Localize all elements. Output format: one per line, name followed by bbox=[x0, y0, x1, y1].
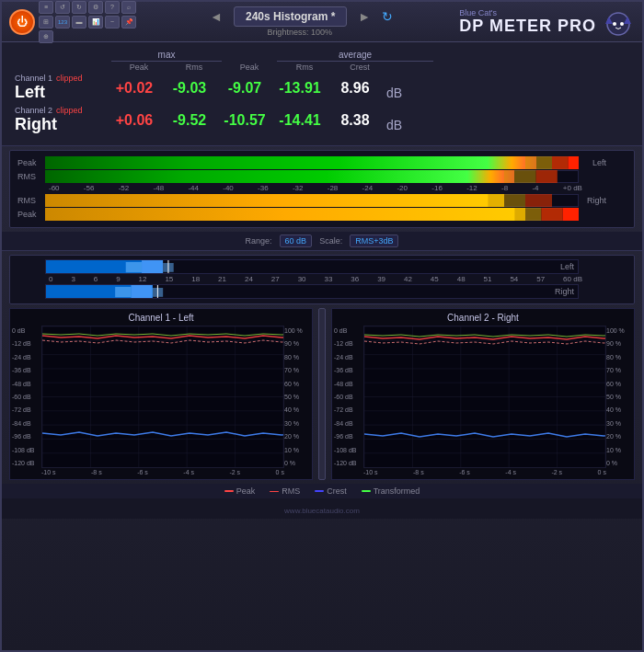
crest-s0: 0 bbox=[49, 275, 52, 283]
ch1-x-10: -10 s bbox=[41, 469, 56, 475]
forward-icon[interactable]: ↻ bbox=[72, 1, 86, 14]
nav-left-arrow[interactable]: ◄ bbox=[206, 7, 226, 26]
scale-minus32: -32 bbox=[293, 184, 304, 192]
ch2-history-title: Channel 2 - Right bbox=[334, 313, 632, 323]
ch1-graph-svg bbox=[41, 326, 284, 468]
scale-minus24: -24 bbox=[362, 184, 374, 192]
crest-left-side-label: Left bbox=[560, 262, 574, 271]
ch2-x-4: -4 s bbox=[505, 469, 516, 475]
svg-rect-16 bbox=[142, 260, 163, 273]
legend-row: Peak RMS Crest Transformed bbox=[2, 484, 642, 498]
nav-right-arrow[interactable]: ► bbox=[354, 7, 374, 26]
ch2-x-0: 0 s bbox=[598, 469, 606, 475]
ch1-peak-max: +0.02 bbox=[107, 80, 162, 97]
wave-icon[interactable]: ~ bbox=[105, 16, 120, 29]
crest-s60: 60 dB bbox=[563, 275, 582, 283]
refresh-icon[interactable]: ↻ bbox=[382, 9, 393, 24]
toolbar-icons: ≡ ↺ ↻ ⚙ ? ⌕ ⊞ 123 ▬ 📊 ~ 📌 ⊕ bbox=[39, 1, 140, 43]
ch2-yr-90: 90 % bbox=[606, 340, 632, 347]
ch2-yr-0: 0 % bbox=[606, 460, 632, 466]
scale-value[interactable]: RMS+3dB bbox=[350, 234, 398, 247]
ch1-peak-max-value: +0.02 bbox=[107, 80, 162, 97]
grid-icon[interactable]: ⊞ bbox=[39, 16, 53, 29]
ch2-rms-avg-value: -14.41 bbox=[272, 112, 328, 129]
svg-rect-8 bbox=[504, 170, 536, 183]
ch2-crest-value: 8.38 bbox=[328, 112, 383, 129]
ch1-yr-30: 30 % bbox=[284, 420, 310, 427]
ch2-yr-100: 100 % bbox=[606, 327, 632, 334]
search-icon[interactable]: ⌕ bbox=[121, 1, 136, 14]
extra-icon[interactable]: ⊕ bbox=[39, 30, 53, 43]
ch2-unit: dB bbox=[386, 118, 402, 134]
help-icon[interactable]: ? bbox=[105, 1, 120, 14]
scale-minus8: -8 bbox=[501, 184, 508, 192]
menu-icon[interactable]: ≡ bbox=[39, 1, 53, 14]
crest-s3: 3 bbox=[71, 275, 75, 283]
num-icon: 123 bbox=[55, 16, 70, 29]
ch1-yr-70: 70 % bbox=[284, 367, 310, 373]
channel2-row: Channel 2 clipped Right +0.06 -9.52 -10.… bbox=[15, 106, 629, 134]
ch1-yr-90: 90 % bbox=[284, 340, 310, 347]
ch1-y-0db: 0 dB bbox=[12, 327, 41, 334]
crest-s42: 42 bbox=[404, 275, 412, 283]
back-icon[interactable]: ↺ bbox=[55, 1, 70, 14]
svg-rect-12 bbox=[514, 208, 541, 221]
ch1-x-8: -8 s bbox=[91, 469, 102, 475]
settings-icon[interactable]: ⚙ bbox=[88, 1, 103, 14]
bar-icon[interactable]: ▬ bbox=[72, 16, 86, 29]
range-label: Range: bbox=[246, 236, 272, 246]
crest-legend-dot bbox=[315, 490, 324, 492]
ch2-x-labels: -10 s -8 s -6 s -4 s -2 s 0 s bbox=[363, 469, 606, 475]
ch2-y-0db: 0 dB bbox=[334, 327, 363, 334]
crest-header: Crest bbox=[332, 63, 387, 72]
meter-scale-row: -60 -56 -52 -48 -44 -40 -36 -32 -28 -24 … bbox=[49, 184, 582, 192]
ch1-crest: 8.96 bbox=[328, 80, 383, 97]
transformed-legend-dot bbox=[362, 490, 371, 492]
rms-max-header: Rms bbox=[167, 63, 222, 72]
ch2-x-10: -10 s bbox=[363, 469, 378, 475]
peak-left-label: Peak bbox=[17, 158, 45, 167]
chart-icon[interactable]: 📊 bbox=[88, 16, 103, 29]
svg-rect-19 bbox=[115, 287, 131, 297]
plugin-title-text: 240s Histogram * bbox=[246, 10, 335, 23]
crest-s9: 9 bbox=[116, 275, 120, 283]
crest-right-histogram-svg bbox=[46, 285, 578, 298]
scale-minus28: -28 bbox=[328, 184, 339, 192]
rms-left-bar bbox=[45, 170, 579, 183]
ch1-x-4: -4 s bbox=[183, 469, 194, 475]
ch1-yr-40: 40 % bbox=[284, 406, 310, 413]
ch1-rms-max-value: -9.03 bbox=[162, 80, 217, 97]
ch2-y-12db: -12 dB bbox=[334, 340, 363, 347]
rms-right-bar: Right bbox=[45, 194, 579, 207]
power-button[interactable]: ⏻ bbox=[9, 9, 35, 35]
ch2-x-8: -8 s bbox=[413, 469, 424, 475]
ch2-history-graph: Channel 2 - Right 0 dB -12 dB -24 dB -36… bbox=[331, 308, 635, 480]
toolbar-right: Blue Cat's DP METER PRO bbox=[459, 6, 635, 39]
ch2-yr-30: 30 % bbox=[606, 420, 632, 427]
crest-left-row: Left bbox=[17, 259, 627, 274]
peak-right-label: Peak bbox=[17, 210, 45, 219]
channel2-large-label: Right bbox=[15, 115, 107, 134]
ch1-yr-100: 100 % bbox=[284, 327, 310, 334]
ch1-y-12db: -12 dB bbox=[12, 340, 41, 347]
channel1-label: Channel 1 clipped Left bbox=[15, 74, 107, 102]
ch1-crest-value: 8.96 bbox=[328, 80, 383, 97]
column-headers: max average bbox=[111, 50, 629, 62]
pin-icon[interactable]: 📌 bbox=[121, 16, 136, 29]
scale-minus12: -12 bbox=[466, 184, 477, 192]
svg-rect-9 bbox=[536, 170, 558, 183]
crest-scale: 0 3 6 9 12 15 18 21 24 27 30 33 36 39 42… bbox=[49, 275, 582, 283]
channel1-large-label: Left bbox=[15, 83, 107, 102]
plugin-title: 240s Histogram * bbox=[234, 6, 347, 27]
ch1-y-36db: -36 dB bbox=[12, 367, 41, 373]
channel1-row: Channel 1 clipped Left +0.02 -9.03 -9.07… bbox=[15, 74, 629, 102]
graph-divider-handle[interactable] bbox=[318, 308, 326, 480]
crest-s6: 6 bbox=[94, 275, 98, 283]
rms-left-row: RMS bbox=[17, 170, 627, 183]
ch2-graph-area: 0 dB -12 dB -24 dB -36 dB -48 dB -60 dB … bbox=[334, 326, 632, 468]
meter-section: Peak Left RMS bbox=[9, 150, 635, 228]
rms-right-histogram bbox=[45, 194, 579, 207]
range-value[interactable]: 60 dB bbox=[280, 234, 313, 247]
ch1-history-graph: Channel 1 - Left 0 dB -12 dB -24 dB -36 … bbox=[9, 308, 313, 480]
product-name: DP METER PRO bbox=[459, 17, 596, 36]
